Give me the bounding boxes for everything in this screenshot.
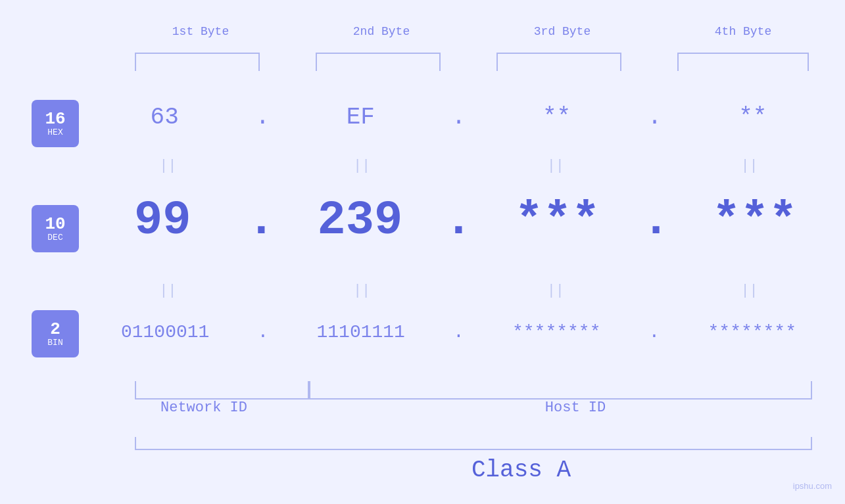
badge-hex-number: 16 xyxy=(45,110,65,127)
hex-val1: 63 xyxy=(105,104,224,131)
hex-val4: ** xyxy=(694,104,812,131)
class-label: Class A xyxy=(263,457,779,484)
hex-dot3: . xyxy=(648,104,662,131)
dec-dot2: . xyxy=(445,194,473,248)
bracket-col1-top xyxy=(135,53,260,71)
dec-val4: *** xyxy=(696,194,814,248)
eq8: || xyxy=(690,283,809,299)
dec-row: 99 . 239 . *** . *** xyxy=(92,194,825,248)
hex-dot1: . xyxy=(255,104,270,131)
badge-dec: 10 DEC xyxy=(32,205,79,252)
bin-val2: 11101111 xyxy=(302,322,420,342)
hex-val3: ** xyxy=(498,104,616,131)
eq6: || xyxy=(302,283,421,299)
badge-hex-label: HEX xyxy=(47,127,62,137)
badge-bin: 2 BIN xyxy=(32,310,79,357)
bracket-host-id xyxy=(309,381,812,400)
bracket-col4-top xyxy=(677,53,809,71)
bin-val3: ******** xyxy=(497,322,616,342)
equals-hex-dec: || . || . || . || xyxy=(92,158,825,174)
host-id-label: Host ID xyxy=(460,400,690,416)
eq1: || xyxy=(109,158,227,174)
bin-row: 01100011 . 11101111 . ******** . *******… xyxy=(92,322,825,342)
main-container: 16 HEX 10 DEC 2 BIN 1st Byte 2nd Byte 3r… xyxy=(0,0,845,504)
eq5: || xyxy=(109,283,227,299)
dec-val2: 239 xyxy=(301,194,419,248)
bracket-col2-top xyxy=(316,53,441,71)
dec-dot1: . xyxy=(247,194,276,248)
bin-dot1: . xyxy=(258,322,269,342)
bracket-col3-top xyxy=(496,53,621,71)
dec-dot3: . xyxy=(642,194,670,248)
bin-dot3: . xyxy=(649,322,660,342)
col2-header: 2nd Byte xyxy=(316,25,447,38)
hex-row: 63 . EF . ** . ** xyxy=(92,104,825,131)
dec-val3: *** xyxy=(498,194,617,248)
eq4: || xyxy=(690,158,809,174)
bin-val1: 01100011 xyxy=(106,322,224,342)
col3-header: 3rd Byte xyxy=(496,25,628,38)
badge-dec-label: DEC xyxy=(47,233,62,242)
badge-bin-label: BIN xyxy=(47,338,62,348)
col1-header: 1st Byte xyxy=(135,25,266,38)
equals-dec-bin: || . || . || . || xyxy=(92,283,825,299)
watermark: ipshu.com xyxy=(793,481,832,491)
hex-val2: EF xyxy=(301,104,420,131)
bin-dot2: . xyxy=(453,322,464,342)
eq3: || xyxy=(496,158,615,174)
bracket-class xyxy=(135,437,812,450)
bracket-network-id xyxy=(135,381,309,400)
eq2: || xyxy=(302,158,421,174)
bin-val4: ******** xyxy=(693,322,811,342)
network-id-label: Network ID xyxy=(154,400,254,416)
dec-val1: 99 xyxy=(103,194,222,248)
badge-dec-number: 10 xyxy=(45,216,65,233)
col4-header: 4th Byte xyxy=(677,25,809,38)
badge-bin-number: 2 xyxy=(50,321,60,338)
eq7: || xyxy=(496,283,615,299)
hex-dot2: . xyxy=(452,104,466,131)
badge-hex: 16 HEX xyxy=(32,100,79,147)
